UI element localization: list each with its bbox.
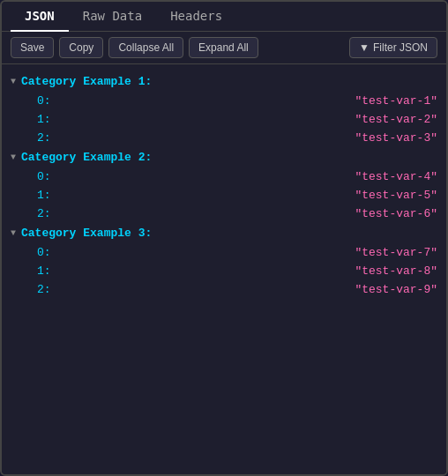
item-value: "test-var-2" [355, 113, 437, 126]
item-key: 2: [37, 283, 63, 296]
collapse-all-button[interactable]: Collapse All [108, 37, 183, 58]
item-value: "test-var-6" [355, 207, 437, 220]
item-key: 2: [37, 131, 63, 145]
collapse-triangle-3: ▼ [11, 228, 16, 238]
item-key: 2: [37, 207, 63, 220]
category-label-3: Category Example 3: [21, 227, 152, 240]
list-item: 0: "test-var-4" [2, 167, 446, 186]
item-key: 1: [37, 189, 63, 202]
item-key: 0: [37, 170, 63, 183]
list-item: 1: "test-var-5" [2, 186, 446, 205]
json-viewer-window: JSON Raw Data Headers Save Copy Collapse… [0, 0, 448, 476]
item-value: "test-var-3" [355, 131, 437, 145]
item-key: 1: [37, 264, 63, 278]
category-label-1: Category Example 1: [21, 75, 152, 88]
list-item: 0: "test-var-1" [2, 92, 446, 110]
list-item: 0: "test-var-7" [2, 243, 446, 262]
item-value: "test-var-1" [355, 94, 437, 108]
list-item: 2: "test-var-3" [2, 129, 446, 147]
copy-button[interactable]: Copy [59, 37, 103, 58]
item-value: "test-var-9" [355, 283, 437, 296]
item-value: "test-var-5" [355, 189, 437, 202]
item-value: "test-var-8" [355, 264, 437, 278]
tab-json[interactable]: JSON [11, 2, 69, 32]
tab-raw-data[interactable]: Raw Data [69, 2, 156, 32]
item-key: 0: [37, 246, 63, 259]
json-content[interactable]: ▼ Category Example 1: 0: "test-var-1" 1:… [2, 64, 446, 474]
tab-bar: JSON Raw Data Headers [2, 2, 446, 32]
collapse-triangle-1: ▼ [11, 77, 16, 86]
category-row[interactable]: ▼ Category Example 3: [2, 223, 446, 243]
expand-all-button[interactable]: Expand All [189, 37, 258, 58]
item-value: "test-var-7" [355, 246, 437, 259]
collapse-triangle-2: ▼ [11, 152, 16, 162]
item-value: "test-var-4" [355, 170, 437, 183]
item-key: 0: [37, 94, 63, 108]
filter-json-button[interactable]: ▼ Filter JSON [349, 37, 437, 58]
category-row[interactable]: ▼ Category Example 1: [2, 71, 446, 92]
item-key: 1: [37, 113, 63, 126]
toolbar: Save Copy Collapse All Expand All ▼ Filt… [2, 32, 446, 64]
category-label-2: Category Example 2: [21, 151, 152, 164]
filter-icon: ▼ [359, 41, 370, 54]
tab-headers[interactable]: Headers [156, 2, 236, 32]
list-item: 1: "test-var-8" [2, 262, 446, 280]
list-item: 2: "test-var-6" [2, 205, 446, 223]
category-row[interactable]: ▼ Category Example 2: [2, 147, 446, 167]
list-item: 2: "test-var-9" [2, 280, 446, 299]
save-button[interactable]: Save [11, 37, 54, 58]
list-item: 1: "test-var-2" [2, 110, 446, 129]
